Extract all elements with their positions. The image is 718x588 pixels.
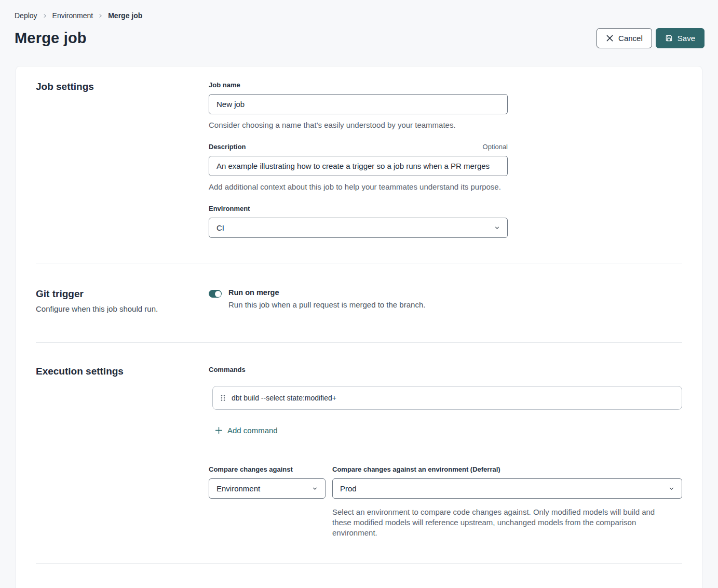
compare-settings: Compare changes against Environment Comp…: [209, 465, 682, 538]
execution-settings-heading: Execution settings: [36, 366, 209, 377]
page-header: Merge job Cancel Save: [0, 28, 718, 48]
run-on-merge-label: Run on merge: [228, 288, 425, 297]
compare-changes-select[interactable]: Environment: [209, 478, 326, 499]
execution-settings-content: Commands dbt build --select state:modifi…: [209, 366, 682, 538]
breadcrumb-environment[interactable]: Environment: [52, 11, 93, 20]
save-button[interactable]: Save: [656, 28, 705, 48]
description-input[interactable]: [209, 156, 508, 176]
save-button-label: Save: [678, 34, 695, 43]
add-command-label: Add command: [227, 426, 278, 435]
run-on-merge-helper: Run this job when a pull request is merg…: [228, 300, 425, 309]
breadcrumb-chevron-icon: [43, 14, 47, 18]
plus-icon: [215, 426, 223, 434]
deferral-helper: Select an environment to compare code ch…: [332, 507, 675, 538]
job-name-helper: Consider choosing a name that's easily u…: [209, 121, 508, 129]
compare-changes-field: Compare changes against Environment: [209, 465, 326, 538]
git-trigger-subheading: Configure when this job should run.: [36, 304, 209, 313]
section-execution-settings: Execution settings Commands dbt build --…: [36, 343, 682, 563]
chevron-down-icon: [494, 225, 500, 231]
description-optional-badge: Optional: [483, 143, 508, 151]
section-advanced-settings[interactable]: Advanced settings Controls to better cus…: [36, 564, 682, 588]
command-row[interactable]: dbt build --select state:modified+: [212, 386, 682, 410]
breadcrumb-chevron-icon: [98, 14, 103, 18]
description-field: Description Optional Add additional cont…: [209, 143, 508, 191]
run-on-merge-text: Run on merge Run this job when a pull re…: [228, 288, 425, 309]
chevron-down-icon: [669, 486, 674, 491]
run-on-merge-toggle[interactable]: [209, 290, 222, 298]
command-text[interactable]: dbt build --select state:modified+: [232, 394, 336, 402]
git-trigger-left: Git trigger Configure when this job shou…: [36, 288, 209, 313]
section-job-settings: Job settings Job name Consider choosing …: [36, 66, 682, 263]
environment-field: Environment CI: [209, 205, 508, 238]
close-icon: [606, 34, 614, 42]
header-actions: Cancel Save: [597, 28, 705, 48]
environment-select-value: CI: [216, 223, 224, 232]
job-name-input[interactable]: [209, 94, 508, 114]
deferral-field: Compare changes against an environment (…: [332, 465, 682, 538]
save-icon: [665, 34, 673, 42]
merge-job-page: Deploy Environment Merge job Merge job C…: [0, 0, 718, 588]
breadcrumb-deploy[interactable]: Deploy: [15, 11, 37, 20]
cancel-button[interactable]: Cancel: [597, 28, 652, 48]
job-settings-card: Job settings Job name Consider choosing …: [16, 66, 702, 588]
breadcrumb-merge-job: Merge job: [108, 11, 142, 20]
breadcrumb: Deploy Environment Merge job: [0, 11, 718, 20]
toggle-knob: [215, 291, 221, 297]
git-trigger-content: Run on merge Run this job when a pull re…: [209, 288, 682, 313]
deferral-select-value: Prod: [340, 484, 357, 493]
commands-label: Commands: [209, 366, 682, 373]
execution-settings-left: Execution settings: [36, 366, 209, 538]
git-trigger-heading: Git trigger: [36, 288, 209, 300]
compare-changes-select-value: Environment: [216, 484, 260, 493]
deferral-select[interactable]: Prod: [332, 478, 682, 499]
job-settings-left: Job settings: [36, 81, 209, 238]
job-name-field: Job name Consider choosing a name that's…: [209, 81, 508, 129]
chevron-down-icon: [312, 486, 318, 491]
cancel-button-label: Cancel: [618, 34, 643, 43]
job-name-label: Job name: [209, 81, 240, 89]
description-label: Description: [209, 143, 246, 151]
deferral-label: Compare changes against an environment (…: [332, 465, 500, 473]
job-settings-fields: Job name Consider choosing a name that's…: [209, 81, 682, 238]
environment-select[interactable]: CI: [209, 218, 508, 238]
environment-label: Environment: [209, 205, 250, 212]
drag-handle-icon[interactable]: [213, 394, 232, 402]
section-git-trigger: Git trigger Configure when this job shou…: [36, 263, 682, 342]
page-title: Merge job: [15, 30, 87, 47]
description-helper: Add additional context about this job to…: [209, 182, 508, 191]
run-on-merge-row: Run on merge Run this job when a pull re…: [209, 288, 682, 309]
compare-changes-label: Compare changes against: [209, 465, 293, 473]
job-settings-heading: Job settings: [36, 81, 209, 92]
add-command-button[interactable]: Add command: [215, 426, 278, 435]
